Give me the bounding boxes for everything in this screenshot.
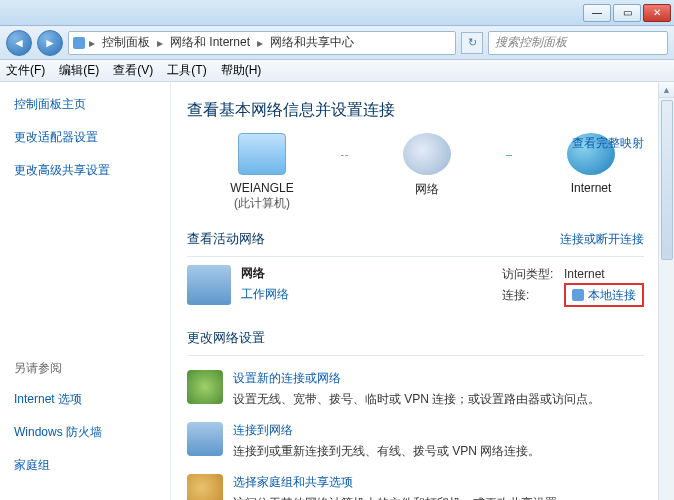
connect-disconnect-link[interactable]: 连接或断开连接	[560, 231, 644, 248]
breadcrumb[interactable]: ▸ 控制面板 ▸ 网络和 Internet ▸ 网络和共享中心	[68, 31, 456, 55]
adapter-icon	[572, 289, 584, 301]
connect-network-icon	[187, 422, 223, 456]
node-label: Internet	[556, 181, 626, 195]
active-networks-heading: 查看活动网络	[187, 230, 265, 248]
close-button[interactable]: ✕	[643, 4, 671, 22]
window-titlebar: — ▭ ✕	[0, 0, 674, 26]
sidebar-item-home[interactable]: 控制面板主页	[14, 96, 158, 113]
scroll-thumb[interactable]	[661, 100, 673, 260]
sidebar-item-internet-options[interactable]: Internet 选项	[14, 391, 158, 408]
content-area: 控制面板主页 更改适配器设置 更改高级共享设置 另请参阅 Internet 选项…	[0, 82, 674, 500]
menu-file[interactable]: 文件(F)	[6, 62, 45, 79]
access-type-label: 访问类型:	[502, 265, 554, 283]
access-type-value: Internet	[564, 265, 605, 283]
main-panel: 查看基本网络信息并设置连接 WEIANGLE (此计算机) 网络 Interne…	[171, 82, 658, 500]
sidebar-item-adapter[interactable]: 更改适配器设置	[14, 129, 158, 146]
sidebar-item-sharing[interactable]: 更改高级共享设置	[14, 162, 158, 179]
chevron-right-icon: ▸	[85, 36, 99, 50]
computer-icon	[238, 133, 286, 175]
settings-list: 设置新的连接或网络 设置无线、宽带、拨号、临时或 VPN 连接；或设置路由器或访…	[187, 370, 644, 500]
menu-bar: 文件(F) 编辑(E) 查看(V) 工具(T) 帮助(H)	[0, 60, 674, 82]
page-title: 查看基本网络信息并设置连接	[187, 100, 644, 121]
chevron-right-icon: ▸	[153, 36, 167, 50]
node-this-pc: WEIANGLE (此计算机)	[227, 133, 297, 212]
setting-desc: 访问位于其他网络计算机上的文件和打印机，或更改共享设置。	[233, 495, 569, 500]
active-network-row: 网络 工作网络 访问类型: Internet 连接: 本地连接	[187, 265, 644, 307]
scroll-up-arrow[interactable]: ▲	[659, 82, 674, 98]
setting-title: 连接到网络	[233, 422, 540, 439]
sidebar-section-other: 另请参阅	[14, 360, 158, 377]
map-line	[341, 155, 348, 156]
menu-tools[interactable]: 工具(T)	[167, 62, 206, 79]
setting-desc: 连接到或重新连接到无线、有线、拨号或 VPN 网络连接。	[233, 443, 540, 460]
divider	[187, 355, 644, 356]
setting-new-connection[interactable]: 设置新的连接或网络 设置无线、宽带、拨号、临时或 VPN 连接；或设置路由器或访…	[187, 370, 644, 408]
map-line	[506, 155, 513, 156]
node-label: 网络	[392, 181, 462, 198]
setting-title: 选择家庭组和共享选项	[233, 474, 569, 491]
network-icon	[403, 133, 451, 175]
menu-view[interactable]: 查看(V)	[113, 62, 153, 79]
breadcrumb-item[interactable]: 网络和共享中心	[267, 32, 357, 53]
homegroup-icon	[187, 474, 223, 500]
search-input[interactable]: 搜索控制面板	[488, 31, 668, 55]
network-badge-icon	[187, 265, 231, 305]
breadcrumb-item[interactable]: 网络和 Internet	[167, 32, 253, 53]
setting-homegroup-sharing[interactable]: 选择家庭组和共享选项 访问位于其他网络计算机上的文件和打印机，或更改共享设置。	[187, 474, 644, 500]
chevron-right-icon: ▸	[253, 36, 267, 50]
new-connection-icon	[187, 370, 223, 404]
change-settings-heading: 更改网络设置	[187, 329, 265, 347]
setting-desc: 设置无线、宽带、拨号、临时或 VPN 连接；或设置路由器或访问点。	[233, 391, 600, 408]
sidebar-item-homegroup[interactable]: 家庭组	[14, 457, 158, 474]
nav-back-button[interactable]: ◄	[6, 30, 32, 56]
sidebar-item-firewall[interactable]: Windows 防火墙	[14, 424, 158, 441]
maximize-button[interactable]: ▭	[613, 4, 641, 22]
network-map: WEIANGLE (此计算机) 网络 Internet 查看完整映射	[187, 133, 644, 218]
active-network-name: 网络	[241, 265, 289, 282]
local-connection-link[interactable]: 本地连接	[588, 286, 636, 304]
vertical-scrollbar[interactable]: ▲	[658, 82, 674, 500]
sidebar: 控制面板主页 更改适配器设置 更改高级共享设置 另请参阅 Internet 选项…	[0, 82, 170, 500]
divider	[187, 256, 644, 257]
setting-title: 设置新的连接或网络	[233, 370, 600, 387]
node-sublabel: (此计算机)	[227, 195, 297, 212]
connection-label: 连接:	[502, 286, 554, 304]
menu-help[interactable]: 帮助(H)	[221, 62, 262, 79]
full-map-link[interactable]: 查看完整映射	[572, 135, 644, 152]
minimize-button[interactable]: —	[583, 4, 611, 22]
menu-edit[interactable]: 编辑(E)	[59, 62, 99, 79]
breadcrumb-item[interactable]: 控制面板	[99, 32, 153, 53]
node-network: 网络	[392, 133, 462, 198]
setting-connect-network[interactable]: 连接到网络 连接到或重新连接到无线、有线、拨号或 VPN 网络连接。	[187, 422, 644, 460]
nav-forward-button[interactable]: ►	[37, 30, 63, 56]
local-connection-highlight: 本地连接	[564, 283, 644, 307]
refresh-button[interactable]: ↻	[461, 32, 483, 54]
node-label: WEIANGLE	[227, 181, 297, 195]
control-panel-icon	[73, 37, 85, 49]
network-type-link[interactable]: 工作网络	[241, 286, 289, 303]
address-bar: ◄ ► ▸ 控制面板 ▸ 网络和 Internet ▸ 网络和共享中心 ↻ 搜索…	[0, 26, 674, 60]
